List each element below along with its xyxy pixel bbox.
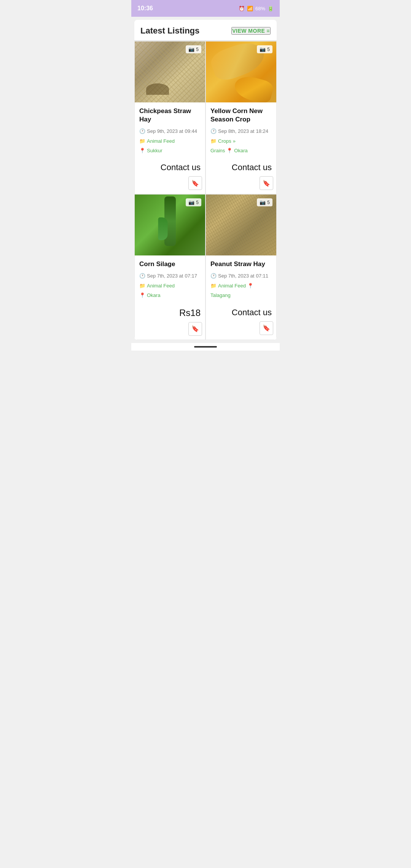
listing-meta: 🕐 Sep 7th, 2023 at 07:17 📁 Animal Feed 📍…	[139, 271, 201, 300]
folder-icon: 📁	[139, 281, 145, 290]
listing-title: Yellow Corn New Season Crop	[210, 107, 272, 124]
meta-location-row: 📍 Sukkur	[139, 146, 201, 155]
bookmark-button[interactable]: 🔖	[188, 322, 202, 336]
listing-content: Chickpeas Straw Hay 🕐 Sep 9th, 2023 at 0…	[135, 102, 205, 159]
listings-grid: 📷 5 Chickpeas Straw Hay 🕐 Sep 9th, 2023 …	[134, 41, 277, 340]
camera-icon: 📷	[260, 46, 266, 52]
bookmark-area: 🔖	[135, 321, 205, 340]
wifi-icon: 📶	[247, 6, 253, 11]
bookmark-icon: 🔖	[191, 325, 199, 332]
photo-count-badge: 📷 5	[186, 45, 201, 53]
meta-date-row: 🕐 Sep 7th, 2023 at 07:11	[210, 271, 272, 280]
bookmark-button[interactable]: 🔖	[188, 176, 202, 190]
contact-us-text: Contact us	[206, 159, 276, 175]
meta-date-row: 🕐 Sep 7th, 2023 at 07:17	[139, 271, 201, 280]
clock-icon: 🕐	[210, 271, 217, 280]
bookmark-button[interactable]: 🔖	[260, 321, 273, 335]
listing-content: Yellow Corn New Season Crop 🕐 Sep 8th, 2…	[206, 102, 276, 159]
battery-text: 68%	[255, 6, 265, 11]
listing-content: Corn Silage 🕐 Sep 7th, 2023 at 07:17 📁 A…	[135, 255, 205, 303]
bookmark-icon: 🔖	[191, 180, 199, 187]
bookmark-icon: 🔖	[263, 180, 270, 187]
meta-location-row: Talagang	[210, 291, 272, 300]
listing-image: 📷 5	[135, 195, 205, 255]
status-time: 10:36	[137, 5, 153, 12]
listing-meta: 🕐 Sep 8th, 2023 at 18:24 📁 Crops » Grain…	[210, 127, 272, 155]
camera-icon: 📷	[188, 46, 194, 52]
bookmark-icon: 🔖	[263, 324, 270, 332]
contact-us-text: Contact us	[135, 159, 205, 175]
listing-image: 📷 5	[206, 195, 276, 255]
listing-meta: 🕐 Sep 9th, 2023 at 09:44 📁 Animal Feed 📍…	[139, 127, 201, 155]
listing-image: 📷 5	[206, 41, 276, 102]
view-more-button[interactable]: VIEW MORE ≡	[231, 27, 271, 35]
contact-us-text: Contact us	[206, 304, 276, 320]
location-icon: 📍	[139, 291, 145, 300]
alarm-icon: ⏰	[239, 6, 245, 11]
camera-icon: 📷	[260, 199, 266, 205]
clock-icon: 🕐	[139, 127, 145, 136]
listings-header: Latest Listings VIEW MORE ≡	[134, 20, 277, 41]
photo-count-badge: 📷 5	[257, 45, 272, 53]
listing-content: Peanut Straw Hay 🕐 Sep 7th, 2023 at 07:1…	[206, 255, 276, 303]
main-container: Latest Listings VIEW MORE ≡ 📷 5 Chickpea…	[134, 20, 277, 340]
bookmark-area: 🔖	[135, 175, 205, 194]
listing-price: Rs18	[135, 304, 205, 321]
home-indicator	[131, 343, 280, 351]
meta-subcategory-location-row: Grains 📍 Okara	[210, 146, 272, 155]
listing-title: Peanut Straw Hay	[210, 260, 272, 268]
meta-category-row: 📁 Animal Feed	[139, 281, 201, 290]
folder-icon: 📁	[210, 137, 217, 145]
location-icon: 📍	[247, 281, 253, 290]
bookmark-area: 🔖	[206, 320, 276, 339]
page-title: Latest Listings	[140, 26, 199, 36]
listing-title: Chickpeas Straw Hay	[139, 107, 201, 124]
location-icon: 📍	[139, 146, 145, 155]
listing-card[interactable]: 📷 5 Peanut Straw Hay 🕐 Sep 7th, 2023 at …	[206, 194, 277, 340]
camera-icon: 📷	[188, 199, 194, 205]
photo-count-badge: 📷 5	[257, 198, 272, 206]
listing-image: 📷 5	[135, 41, 205, 102]
listing-card[interactable]: 📷 5 Yellow Corn New Season Crop 🕐 Sep 8t…	[206, 41, 277, 194]
bookmark-button[interactable]: 🔖	[260, 176, 273, 190]
status-icons: ⏰ 📶 68% 🔋	[239, 6, 274, 11]
battery-icon: 🔋	[268, 6, 274, 11]
meta-category-row: 📁 Animal Feed	[139, 137, 201, 145]
menu-icon: ≡	[266, 28, 270, 34]
listing-card[interactable]: 📷 5 Chickpeas Straw Hay 🕐 Sep 9th, 2023 …	[134, 41, 206, 194]
listing-card[interactable]: 📷 5 Corn Silage 🕐 Sep 7th, 2023 at 07:17…	[134, 194, 206, 340]
listing-title: Corn Silage	[139, 260, 201, 268]
meta-date-row: 🕐 Sep 9th, 2023 at 09:44	[139, 127, 201, 136]
meta-location-row: 📍 Okara	[139, 291, 201, 300]
meta-category-row: 📁 Crops »	[210, 137, 272, 145]
meta-date-row: 🕐 Sep 8th, 2023 at 18:24	[210, 127, 272, 136]
clock-icon: 🕐	[139, 271, 145, 280]
folder-icon: 📁	[139, 137, 145, 145]
meta-category-row: 📁 Animal Feed 📍	[210, 281, 272, 290]
bookmark-area: 🔖	[206, 175, 276, 194]
folder-icon: 📁	[210, 281, 217, 290]
status-bar: 10:36 ⏰ 📶 68% 🔋	[131, 0, 280, 17]
home-bar	[194, 346, 217, 348]
clock-icon: 🕐	[210, 127, 217, 136]
listing-meta: 🕐 Sep 7th, 2023 at 07:11 📁 Animal Feed 📍…	[210, 271, 272, 300]
location-icon: 📍	[226, 146, 233, 155]
photo-count-badge: 📷 5	[186, 198, 201, 206]
